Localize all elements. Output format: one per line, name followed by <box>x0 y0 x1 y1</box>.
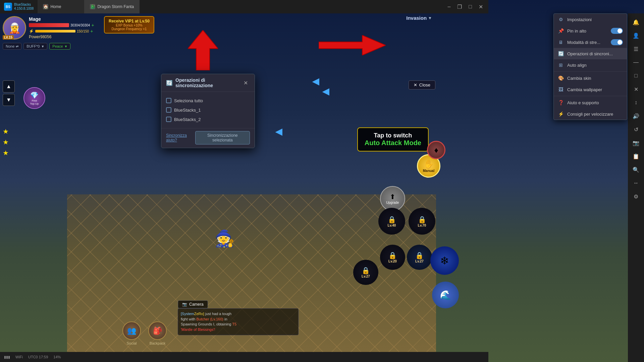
window-controls: – ❐ □ ✕ <box>442 3 488 11</box>
diamond-button[interactable]: ♦ <box>427 141 445 159</box>
settings-panel-icon[interactable]: ⚙ <box>630 190 642 202</box>
ctx-cambia-skin[interactable]: 🎨 Cambia skin <box>554 72 627 84</box>
restore-button[interactable]: ❐ <box>455 3 464 11</box>
social-circle[interactable]: 👥 <box>122 321 141 340</box>
ctx-cambia-wallpaper[interactable]: 🖼 Cambia wallpaper <box>554 84 627 95</box>
rotate-icon[interactable]: ↺ <box>630 123 642 135</box>
left-nav: ▲ ▼ <box>3 80 15 106</box>
ctx-operazioni[interactable]: 🔄 Operazioni di sincroni... <box>554 48 627 59</box>
tap-switch-button[interactable]: Tap to switch Auto Attack Mode <box>357 127 429 152</box>
checkbox-bluestacks1[interactable]: BlueStacks_1 <box>166 105 250 115</box>
energy-add-icon[interactable]: + <box>90 28 93 34</box>
player-level-badge: LV.15 <box>3 35 14 40</box>
checkbox-bs1-box[interactable] <box>166 107 171 113</box>
skill-bottom-lv27-button[interactable]: 🔒 Lv.27 <box>353 260 378 285</box>
upgrade-button[interactable]: ⬆ Upgrade <box>380 186 405 211</box>
ctx-auto-align[interactable]: ⊞ Auto align <box>554 59 627 71</box>
profile-icon[interactable]: 👤 <box>630 29 642 42</box>
menu-icon[interactable]: ☰ <box>630 43 642 55</box>
close-game-button[interactable]: ✕ Close <box>409 80 435 89</box>
hp-add-icon[interactable]: + <box>91 22 94 28</box>
clipboard-icon[interactable]: 📋 <box>630 150 642 162</box>
diamond-circle[interactable]: ♦ <box>427 141 445 159</box>
ctx-pin-alto[interactable]: 📌 Pin in alto <box>554 25 627 37</box>
close-panel-icon[interactable]: ✕ <box>630 83 642 95</box>
screenshot-icon[interactable]: 📷 <box>630 137 642 149</box>
topup-icon: 💎 <box>30 91 39 99</box>
star-3[interactable]: ★ <box>3 149 9 157</box>
power-text: Power98056 <box>29 35 94 39</box>
star-2[interactable]: ★ <box>3 138 9 146</box>
ctx-divider-2 <box>554 96 627 96</box>
social-button[interactable]: 👥 Social <box>121 321 143 345</box>
minimize-icon[interactable]: — <box>630 56 642 68</box>
resize-icon[interactable]: ↕ <box>630 97 642 109</box>
sync-help-link[interactable]: Sincronizza aiuto? <box>166 133 195 142</box>
notification-icon[interactable]: 🔔 <box>630 16 642 28</box>
ctx-impostazioni[interactable]: ⚙ Impostazioni <box>554 14 627 25</box>
chat-message: [SystemZeRo] just had a tough <box>181 311 296 316</box>
ctx-aiuto-label: Aiuto e supporto <box>567 100 599 105</box>
backpack-circle[interactable]: 🎒 <box>148 321 167 340</box>
ctx-aiuto[interactable]: ❓ Aiuto e supporto <box>554 97 627 108</box>
star-1[interactable]: ★ <box>3 127 9 135</box>
expand-icon[interactable]: □ <box>630 70 642 82</box>
topup-circle[interactable]: 💎 First Top-Up <box>23 87 45 109</box>
skill-lv20-button[interactable]: 🔒 Lv.20 <box>380 245 405 270</box>
dialog-close-button[interactable]: ✕ <box>241 79 250 87</box>
skill-wave-button[interactable]: 🌊 <box>432 282 459 308</box>
stretch-icon[interactable]: ↔ <box>630 177 642 189</box>
checkbox-select-all-box[interactable] <box>166 98 171 103</box>
checkbox-bluestacks2[interactable]: BlueStacks_2 <box>166 115 250 124</box>
tap-switch-panel[interactable]: Tap to switch Auto Attack Mode <box>357 127 429 152</box>
lock-bottom-icon: 🔒 <box>362 266 370 275</box>
sync-selected-button[interactable]: Sincronizzazione selezionata <box>195 131 250 144</box>
checkbox-select-all-label: Seleziona tutto <box>174 98 203 103</box>
ctx-auto-align-label: Auto align <box>567 63 587 68</box>
ctx-modalita[interactable]: 🖥 Modalità di stre... <box>554 37 627 48</box>
upgrade-circle[interactable]: ⬆ Upgrade <box>380 186 405 211</box>
checkbox-bs2-box[interactable] <box>166 117 171 122</box>
vip-banner[interactable]: Receive VIP1 at Lv.50 EXP Bonus +10% Dun… <box>104 16 154 34</box>
checkbox-select-all[interactable]: Seleziona tutto <box>166 96 250 105</box>
pin-toggle[interactable] <box>611 28 623 34</box>
chat-area: [SystemZeRo] just had a tough fight with… <box>178 308 299 335</box>
energy-text: 150/150 <box>77 29 89 33</box>
game-arrow-1: ▶ <box>312 77 319 88</box>
skill-active-icon: ❄ <box>440 254 449 267</box>
mode-selector[interactable]: Peace ▼ <box>49 43 70 50</box>
skill-active-button[interactable]: ❄ <box>430 246 459 275</box>
camera-button[interactable]: 📷 Camera <box>178 300 208 308</box>
nav-arrow-down[interactable]: ▼ <box>3 94 15 106</box>
skill-lv27-button[interactable]: 🔒 Lv.27 <box>407 245 432 270</box>
nav-arrow-up[interactable]: ▲ <box>3 80 15 93</box>
minimize-button[interactable]: – <box>445 3 452 10</box>
buff-selector[interactable]: BUFF*0 ▼ <box>23 43 47 50</box>
tab-dragon-storm[interactable]: 🐉 Dragon Storm Fanta <box>85 0 140 13</box>
modalita-toggle[interactable] <box>611 39 623 45</box>
mode-arrow-icon: ▼ <box>64 45 68 48</box>
close-button[interactable]: ✕ <box>477 3 485 11</box>
maximize-button[interactable]: □ <box>467 3 474 10</box>
chat-boss-name: Butcher (Lv.160) <box>196 317 223 321</box>
ctx-consigli-label: Consigli per velocizzare <box>567 112 613 117</box>
stance-selector[interactable]: None ⇄ <box>3 43 21 50</box>
hp-bar <box>29 23 69 27</box>
dialog-title: Operazioni di sincronizzazione <box>175 77 241 88</box>
tap-switch-line1: Tap to switch <box>365 132 421 139</box>
search-panel-icon[interactable]: 🔍 <box>630 164 642 176</box>
skill-lv27-label: Lv.27 <box>415 259 424 263</box>
skill-lv70-button[interactable]: 🔒 Lv.70 <box>409 208 435 235</box>
invasion-label[interactable]: Invasion ▼ <box>406 15 432 21</box>
backpack-button[interactable]: 🎒 Backpack <box>147 321 168 345</box>
dragon-icon: 🐉 <box>90 4 95 9</box>
chat-system-prefix: [System <box>181 312 194 316</box>
tab-home[interactable]: 🏠 Home <box>38 0 85 13</box>
volume-icon[interactable]: 🔊 <box>630 110 642 122</box>
vip-title: Receive VIP1 at Lv.50 <box>109 19 150 23</box>
upgrade-icon: ⬆ <box>390 193 395 201</box>
skill-lv40-button[interactable]: 🔒 Lv.40 <box>378 208 405 235</box>
first-topup-button[interactable]: 💎 First Top-Up <box>23 87 45 109</box>
ctx-consigli[interactable]: ⚡ Consigli per velocizzare <box>554 108 627 120</box>
help-ctx-icon: ❓ <box>558 100 564 106</box>
